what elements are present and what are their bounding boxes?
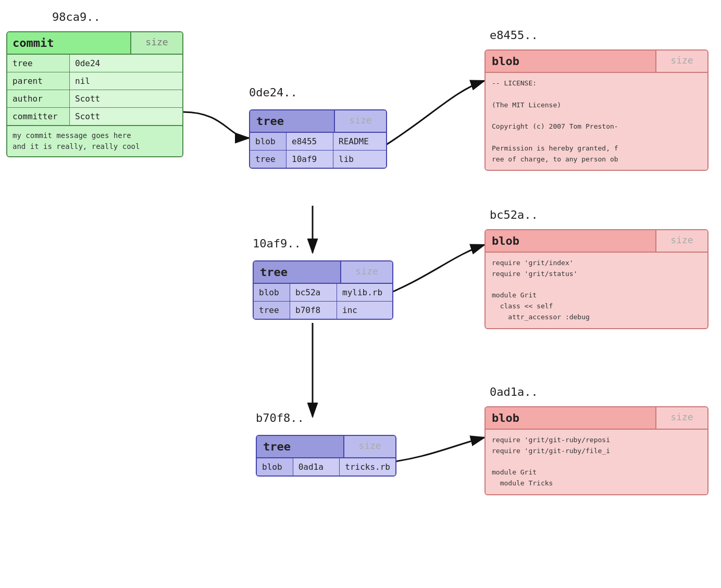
blob3-box: blob size require 'grit/git-ruby/reposir… <box>484 406 708 495</box>
blob2-label: bc52a.. <box>490 208 538 221</box>
commit-row-0-key: tree <box>7 55 70 72</box>
tree1-row1-hash: 10af9 <box>287 151 333 168</box>
tree2-label: 10af9.. <box>253 237 301 250</box>
tree2-row1-type: tree <box>254 302 290 319</box>
blob1-content: -- LICENSE:(The MIT License)Copyright (c… <box>486 73 707 170</box>
blob2-content: require 'grit/index'require 'grit/status… <box>486 253 707 328</box>
tree2-row0-hash: bc52a <box>290 284 337 301</box>
commit-row-3-val: Scott <box>70 108 182 125</box>
tree3-box: tree size blob 0ad1a tricks.rb <box>256 435 396 477</box>
tree1-row1-name: lib <box>333 151 386 168</box>
tree1-row0-type: blob <box>250 133 287 150</box>
commit-row-0-val: 0de24 <box>70 55 182 72</box>
tree3-row0-type: blob <box>257 458 293 476</box>
tree1-size: size <box>334 110 386 132</box>
commit-size: size <box>130 32 182 54</box>
tree1-row0-hash: e8455 <box>287 133 333 150</box>
tree1-row0-name: README <box>333 133 386 150</box>
commit-box: commit size tree 0de24 parent nil author… <box>6 31 183 157</box>
blob3-size: size <box>655 407 707 429</box>
tree2-size: size <box>340 261 392 283</box>
blob3-label: 0ad1a.. <box>490 385 538 398</box>
tree1-row1-type: tree <box>250 151 287 168</box>
tree3-row0-name: tricks.rb <box>340 458 395 476</box>
blob2-size: size <box>655 230 707 252</box>
tree2-row0-type: blob <box>254 284 290 301</box>
blob2-box: blob size require 'grit/index'require 'g… <box>484 229 708 329</box>
blob1-box: blob size -- LICENSE:(The MIT License)Co… <box>484 49 708 171</box>
tree1-box: tree size blob e8455 README tree 10af9 l… <box>249 109 387 169</box>
blob1-size: size <box>655 51 707 72</box>
diagram: 98ca9.. commit size tree 0de24 parent ni… <box>0 0 721 588</box>
tree2-row0-name: mylib.rb <box>337 284 392 301</box>
commit-row-2-key: author <box>7 90 70 107</box>
blob2-type: blob <box>486 230 655 252</box>
commit-row-1-val: nil <box>70 72 182 90</box>
tree3-label: b70f8.. <box>256 411 304 424</box>
commit-type: commit <box>7 32 130 54</box>
blob1-type: blob <box>486 51 655 72</box>
commit-row-2-val: Scott <box>70 90 182 107</box>
blob3-content: require 'grit/git-ruby/reposirequire 'gr… <box>486 430 707 494</box>
commit-label: 98ca9.. <box>52 10 101 23</box>
blob1-label: e8455.. <box>490 29 538 42</box>
commit-row-3-key: committer <box>7 108 70 125</box>
commit-row-1-key: parent <box>7 72 70 90</box>
tree1-type: tree <box>250 110 334 132</box>
tree3-size: size <box>343 436 395 457</box>
tree2-row1-name: inc <box>337 302 392 319</box>
tree3-type: tree <box>257 436 343 457</box>
commit-message: my commit message goes hereand it is rea… <box>7 126 182 156</box>
blob3-type: blob <box>486 407 655 429</box>
tree2-box: tree size blob bc52a mylib.rb tree b70f8… <box>253 260 393 320</box>
tree1-label: 0de24.. <box>249 86 297 99</box>
tree2-type: tree <box>254 261 340 283</box>
tree3-row0-hash: 0ad1a <box>293 458 340 476</box>
tree2-row1-hash: b70f8 <box>290 302 337 319</box>
